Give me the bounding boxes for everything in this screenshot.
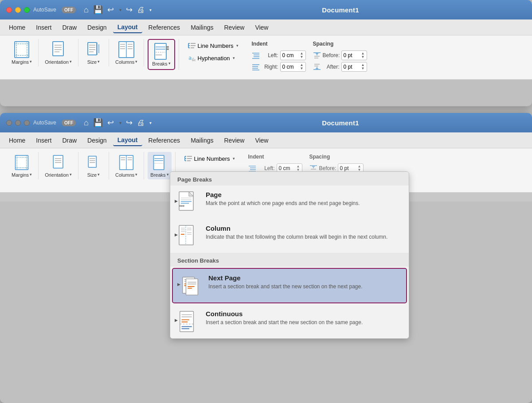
autosave-toggle[interactable]: OFF <box>62 7 76 13</box>
columns-icon-bottom <box>117 154 135 171</box>
save-icon-bottom[interactable]: 💾 <box>93 118 103 128</box>
indent-left-spin-top[interactable]: ▲ ▼ <box>300 52 304 59</box>
size-svg-bottom <box>86 155 102 170</box>
line-numbers-button-bottom[interactable]: Line Numbers ▾ <box>182 154 238 163</box>
column-break-item[interactable]: ▶ Column Indicate that the text followin… <box>170 219 409 253</box>
print-icon[interactable]: 🖨 <box>137 5 145 15</box>
columns-label-bottom: Columns <box>115 172 134 178</box>
menu-insert-top[interactable]: Insert <box>31 22 56 33</box>
size-button-top[interactable]: Size ▾ <box>82 39 105 66</box>
page-break-svg <box>178 191 198 214</box>
indent-right-input-top[interactable]: 0 cm ▲ ▼ <box>280 62 306 72</box>
svg-rect-10 <box>88 43 97 55</box>
line-numbers-button-top[interactable]: Line Numbers ▾ <box>185 41 241 50</box>
breaks-icon-top <box>153 43 170 60</box>
autosave-toggle-bottom[interactable]: OFF <box>62 120 76 126</box>
next-page-title: Next Page <box>208 274 399 282</box>
column-break-icon: ▶ <box>177 225 199 248</box>
maximize-button[interactable] <box>24 7 30 13</box>
indent-left-label-bottom: Left: <box>258 165 275 171</box>
maximize-button-bottom[interactable] <box>24 120 30 126</box>
save-icon[interactable]: 💾 <box>93 5 103 15</box>
spacing-after-input-top[interactable]: 0 pt ▲ ▼ <box>341 62 367 72</box>
indent-left-input-top[interactable]: 0 cm ▲ ▼ <box>280 50 306 60</box>
breaks-highlight-top: Breaks ▾ <box>148 39 175 70</box>
quick-access-dropdown[interactable]: ▾ <box>149 8 152 12</box>
column-break-desc: Indicate that the text following the col… <box>206 233 402 241</box>
undo-icon[interactable]: ↩ <box>107 5 114 15</box>
continuous-content: Continuous Insert a section break and st… <box>206 310 402 326</box>
menu-design-bottom[interactable]: Design <box>83 135 111 146</box>
ribbon-group-margins-bottom: Margins ▾ <box>5 152 39 179</box>
margins-button-top[interactable]: Margins ▾ <box>9 39 35 66</box>
orientation-button-bottom[interactable]: Orientation ▾ <box>42 152 74 179</box>
breaks-button-bottom[interactable]: Breaks ▾ <box>148 152 171 179</box>
menu-insert-bottom[interactable]: Insert <box>31 135 56 146</box>
indent-left-row-top: Left: 0 cm ▲ ▼ <box>252 50 306 60</box>
orientation-button-top[interactable]: Orientation ▾ <box>42 39 74 66</box>
menu-mailings-top[interactable]: Mailings <box>186 22 218 33</box>
margins-icon-bottom <box>13 154 31 171</box>
margins-button-bottom[interactable]: Margins ▾ <box>9 152 35 179</box>
close-button[interactable] <box>6 7 12 13</box>
next-page-icon: ▶ <box>180 274 201 297</box>
menu-review-bottom[interactable]: Review <box>219 135 249 146</box>
redo-icon[interactable]: ↪ <box>126 5 133 15</box>
minimize-button-bottom[interactable] <box>15 120 21 126</box>
home-icon[interactable]: ⌂ <box>84 5 89 15</box>
menu-view-bottom[interactable]: View <box>250 135 273 146</box>
minimize-button[interactable] <box>15 7 21 13</box>
ribbon-group-margins-top: Margins ▾ <box>5 39 39 66</box>
undo-dropdown-icon[interactable]: ▾ <box>119 8 121 12</box>
menu-view-top[interactable]: View <box>250 22 273 33</box>
spacing-before-spin-top[interactable]: ▲ ▼ <box>361 52 365 59</box>
redo-icon-bottom[interactable]: ↪ <box>126 118 133 128</box>
indent-right-row-top: Right: 0 cm ▲ ▼ <box>252 62 306 72</box>
orientation-chevron-bottom: ▾ <box>70 172 72 177</box>
menu-mailings-bottom[interactable]: Mailings <box>186 135 218 146</box>
close-button-bottom[interactable] <box>6 120 12 126</box>
home-icon-bottom[interactable]: ⌂ <box>84 118 89 128</box>
size-button-bottom[interactable]: Size ▾ <box>82 152 105 179</box>
menu-layout-top[interactable]: Layout <box>113 22 142 33</box>
spacing-before-label-bottom: Before: <box>319 165 336 171</box>
indent-right-spin-top[interactable]: ▲ ▼ <box>300 63 304 70</box>
spacing-after-spin-top[interactable]: ▲ ▼ <box>361 63 365 70</box>
indent-header-top: Indent <box>252 41 306 47</box>
columns-button-bottom[interactable]: Columns ▾ <box>113 152 140 179</box>
print-icon-bottom[interactable]: 🖨 <box>137 118 145 128</box>
breaks-button-top[interactable]: Breaks ▾ <box>149 41 173 68</box>
menu-layout-bottom[interactable]: Layout <box>113 135 142 146</box>
page-break-item[interactable]: ▶ Page Mark the point at which one page … <box>170 186 409 219</box>
next-page-item[interactable]: ▶ Next Page Insert a section break and s… <box>173 269 406 302</box>
undo-dropdown-icon-bottom[interactable]: ▾ <box>119 120 121 125</box>
breaks-label-top: Breaks <box>152 61 167 66</box>
menu-review-top[interactable]: Review <box>219 22 249 33</box>
spacing-before-spin-bottom[interactable]: ▲ ▼ <box>358 165 361 172</box>
menu-design-top[interactable]: Design <box>83 22 111 33</box>
spacing-before-down[interactable]: ▼ <box>361 55 365 59</box>
next-page-content: Next Page Insert a section break and sta… <box>208 274 399 291</box>
indent-right-down[interactable]: ▼ <box>300 67 304 70</box>
indent-left-spin-bottom[interactable]: ▲ ▼ <box>297 165 300 172</box>
menu-draw-bottom[interactable]: Draw <box>58 135 81 146</box>
quick-access-dropdown-bottom[interactable]: ▾ <box>149 120 152 125</box>
title-bar-center-bottom: Document1 <box>155 119 526 127</box>
menu-references-top[interactable]: References <box>144 22 185 33</box>
menu-references-bottom[interactable]: References <box>144 135 185 146</box>
indent-left-down[interactable]: ▼ <box>300 55 304 59</box>
menu-draw-top[interactable]: Draw <box>58 22 81 33</box>
spacing-before-icon-top <box>313 52 321 59</box>
orientation-label-top: Orientation <box>45 59 69 65</box>
menu-home-top[interactable]: Home <box>4 22 30 33</box>
hyphenation-label-top: Hyphenation <box>198 55 230 62</box>
menu-home-bottom[interactable]: Home <box>4 135 30 146</box>
columns-button-top[interactable]: Columns ▾ <box>113 39 140 66</box>
continuous-item[interactable]: ▶ Continuous Insert a section break and … <box>170 305 409 338</box>
spacing-after-down[interactable]: ▼ <box>361 67 365 70</box>
spacing-before-input-top[interactable]: 0 pt ▲ ▼ <box>341 50 367 60</box>
line-numbers-icon-bottom <box>184 155 192 163</box>
hyphenation-button-top[interactable]: a- bc Hyphenation ▾ <box>185 53 241 63</box>
indent-header-bottom: Indent <box>248 154 302 160</box>
undo-icon-bottom[interactable]: ↩ <box>107 118 114 128</box>
